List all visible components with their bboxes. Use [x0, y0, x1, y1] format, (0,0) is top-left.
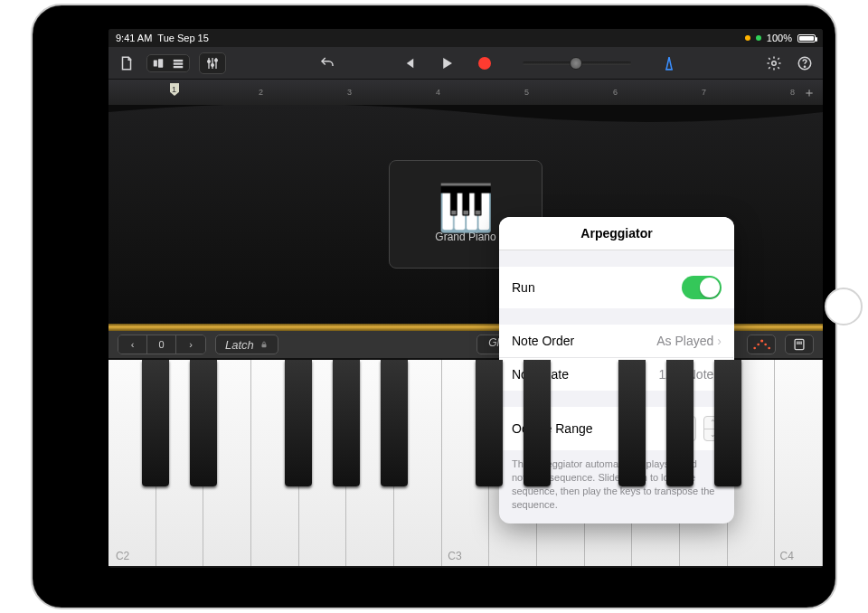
black-key[interactable]	[381, 360, 408, 486]
ruler-tick: 8	[790, 88, 795, 97]
svg-point-15	[764, 344, 767, 346]
black-key[interactable]	[142, 360, 169, 486]
go-to-beginning-button[interactable]	[398, 52, 420, 74]
add-section-button[interactable]: ＋	[803, 85, 816, 101]
svg-rect-11	[261, 344, 266, 348]
run-switch[interactable]	[682, 276, 722, 299]
playhead-marker[interactable]: 1	[170, 83, 184, 98]
lock-icon	[259, 339, 269, 350]
app-toolbar	[108, 47, 823, 80]
arpeggiator-icon	[752, 338, 770, 351]
svg-rect-18	[797, 342, 797, 345]
screen: 9:41 AM Tue Sep 15 100%	[108, 29, 823, 568]
battery-icon	[797, 34, 816, 42]
ruler-tick: 4	[436, 88, 440, 97]
chevron-right-icon: ›	[717, 334, 722, 348]
run-label: Run	[512, 280, 535, 295]
view-toggle[interactable]	[146, 54, 190, 72]
ruler[interactable]: 1 2 3 4 5 6 7 8 ＋	[108, 80, 823, 105]
latch-button[interactable]: Latch	[215, 335, 278, 354]
key-label: C3	[448, 550, 461, 562]
battery-percent: 100%	[767, 33, 792, 43]
svg-point-14	[760, 339, 763, 342]
run-row: Run	[499, 267, 734, 308]
popover-title: Arpeggiator	[499, 217, 734, 250]
svg-rect-1	[158, 59, 163, 67]
location-indicator-icon	[745, 35, 750, 41]
ruler-tick: 6	[613, 88, 618, 97]
home-button[interactable]	[825, 288, 863, 325]
ios-status-bar: 9:41 AM Tue Sep 15 100%	[108, 29, 823, 47]
svg-point-10	[804, 66, 805, 67]
svg-rect-3	[174, 62, 184, 64]
settings-button[interactable]	[763, 52, 785, 74]
play-button[interactable]	[436, 52, 458, 74]
black-key[interactable]	[333, 360, 360, 486]
note-order-value: As Played	[656, 334, 713, 348]
svg-point-16	[768, 347, 770, 350]
black-key[interactable]	[285, 360, 312, 486]
svg-rect-20	[800, 342, 801, 345]
status-time: 9:41 AM	[116, 33, 152, 43]
svg-rect-19	[798, 342, 799, 345]
octave-value: 0	[147, 335, 176, 354]
help-button[interactable]	[794, 52, 816, 74]
svg-rect-2	[174, 59, 184, 61]
black-key[interactable]	[666, 360, 693, 486]
black-key[interactable]	[524, 360, 551, 486]
piano-keyboard[interactable]: C2 C3 C4	[108, 358, 823, 566]
ruler-tick: 7	[702, 88, 706, 97]
svg-rect-0	[154, 60, 157, 66]
status-date: Tue Sep 15	[157, 33, 208, 43]
keyboard-layout-button[interactable]	[785, 335, 814, 354]
tracks-view-icon	[171, 57, 185, 70]
svg-point-13	[757, 344, 760, 346]
note-order-label: Note Order	[512, 334, 574, 348]
octave-selector[interactable]: ‹ 0 ›	[118, 335, 206, 354]
svg-rect-4	[174, 65, 184, 67]
black-key[interactable]	[618, 360, 646, 486]
lid-curve	[108, 105, 823, 134]
track-controls-button[interactable]	[199, 52, 226, 74]
svg-point-7	[215, 59, 218, 61]
note-order-row[interactable]: Note Order As Played›	[499, 325, 734, 358]
white-key[interactable]	[775, 360, 823, 566]
latch-label: Latch	[225, 338, 254, 352]
black-key[interactable]	[190, 360, 217, 486]
ruler-tick: 2	[259, 88, 263, 97]
metronome-button[interactable]	[658, 52, 680, 74]
key-label: C4	[780, 550, 794, 562]
ruler-tick: 3	[347, 88, 352, 97]
black-key[interactable]	[476, 360, 503, 486]
svg-point-6	[212, 63, 214, 66]
svg-point-8	[772, 61, 777, 65]
undo-button[interactable]	[316, 52, 338, 74]
browser-view-icon	[151, 57, 165, 70]
octave-up-button[interactable]: ›	[176, 335, 205, 354]
ipad-frame: 9:41 AM Tue Sep 15 100%	[31, 4, 837, 609]
key-label: C2	[116, 550, 129, 562]
my-songs-button[interactable]	[116, 52, 137, 74]
grand-piano-icon: 🎹	[438, 185, 494, 231]
keyboard-layout-icon	[793, 337, 806, 352]
octave-down-button[interactable]: ‹	[118, 335, 147, 354]
black-key[interactable]	[714, 360, 741, 486]
svg-point-12	[753, 347, 756, 350]
record-button[interactable]	[474, 52, 495, 74]
svg-point-5	[208, 60, 211, 62]
arpeggiator-button[interactable]	[747, 335, 776, 354]
mic-indicator-icon	[756, 35, 761, 41]
master-volume-slider[interactable]	[523, 61, 631, 65]
faders-icon	[205, 56, 220, 71]
ruler-tick: 5	[524, 88, 529, 97]
